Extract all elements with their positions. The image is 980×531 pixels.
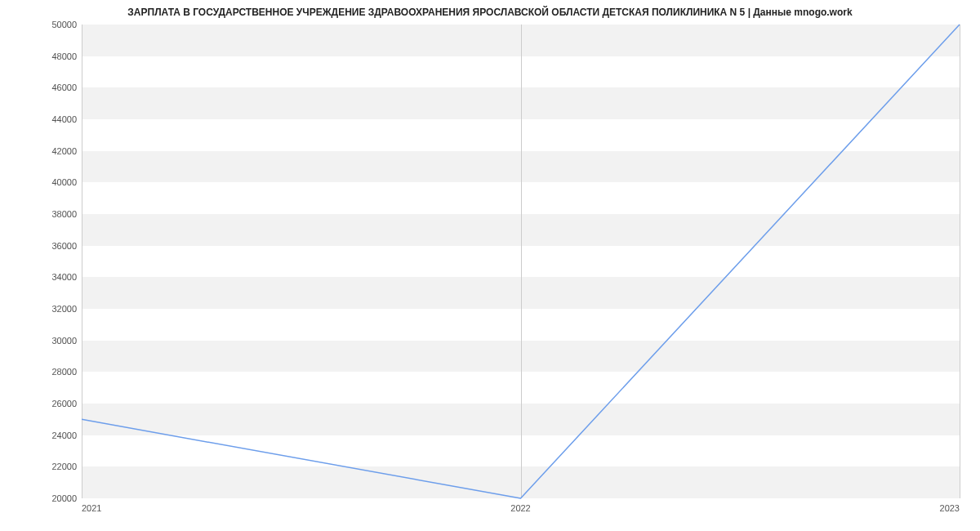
plot-area: 2000022000240002600028000300003200034000… [82,25,960,498]
y-tick-label: 26000 [51,399,82,408]
y-tick-label: 46000 [51,83,82,92]
y-tick-label: 42000 [51,146,82,156]
y-tick-label: 24000 [51,431,82,440]
y-tick-label: 20000 [51,493,82,503]
chart-container: ЗАРПЛАТА В ГОСУДАРСТВЕННОЕ УЧРЕЖДЕНИЕ ЗД… [0,0,980,531]
x-tick-label: 2023 [940,498,960,513]
y-tick-label: 22000 [51,462,82,471]
y-tick-label: 48000 [51,51,82,61]
chart-title: ЗАРПЛАТА В ГОСУДАРСТВЕННОЕ УЧРЕЖДЕНИЕ ЗД… [0,7,980,18]
line-series [82,25,960,498]
y-tick-label: 40000 [51,177,82,187]
x-tick-label: 2022 [510,498,530,513]
y-tick-label: 50000 [51,20,82,29]
y-tick-label: 36000 [51,241,82,251]
y-tick-label: 38000 [51,209,82,219]
x-tick-label: 2021 [82,498,101,513]
y-tick-label: 34000 [51,272,82,282]
y-tick-label: 32000 [51,304,82,314]
y-tick-label: 30000 [51,336,82,346]
x-gridline [960,25,960,498]
y-tick-label: 28000 [51,367,82,377]
y-tick-label: 44000 [51,114,82,124]
